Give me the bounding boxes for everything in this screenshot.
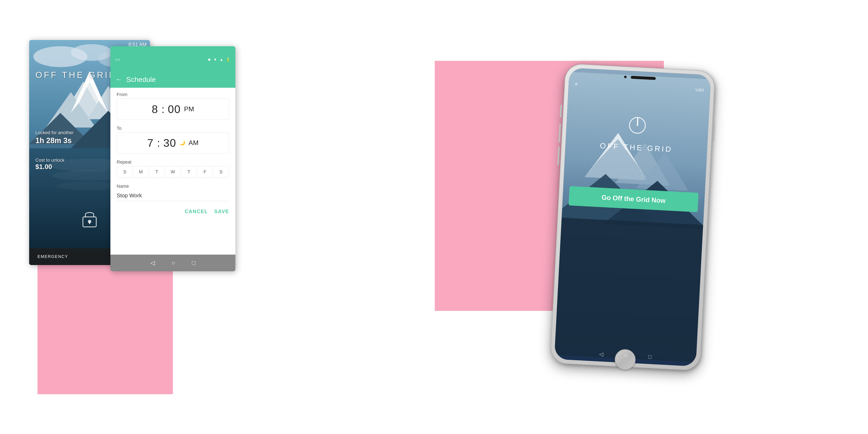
iphone-carrier: V.EO: [695, 88, 704, 93]
day-mon[interactable]: M: [133, 166, 149, 178]
day-wed[interactable]: W: [165, 166, 181, 178]
front-camera-icon: [624, 75, 627, 78]
to-label: To: [117, 126, 229, 131]
to-time-picker[interactable]: 7 : 30 🌙 AM: [117, 132, 229, 154]
next-day-icon: 🌙: [180, 140, 185, 146]
nav-square-icon[interactable]: □: [192, 259, 195, 266]
from-hour: 8: [152, 103, 158, 116]
go-off-grid-button[interactable]: Go Off the Grid Now: [569, 186, 699, 212]
status-time-small: 6:41: [115, 58, 120, 61]
day-tue[interactable]: T: [149, 166, 165, 178]
signal-icon: ▲: [220, 58, 223, 62]
left-section: 8:51 AM OFF THE GRID Locked for another …: [17, 19, 392, 415]
to-section: To 7 : 30 🌙 AM: [117, 126, 229, 154]
name-section: Name: [117, 184, 229, 201]
pink-background-left: [37, 259, 173, 394]
iphone-app-title: OFF THE GRID: [600, 141, 673, 154]
nav-home-icon[interactable]: ○: [172, 259, 175, 266]
iphone-home-icon[interactable]: ○: [624, 352, 628, 359]
to-ampm: AM: [188, 139, 198, 147]
name-input[interactable]: [117, 190, 229, 201]
day-sat[interactable]: S: [213, 166, 229, 178]
power-button: [713, 123, 715, 142]
schedule-body: From 8 : 00 PM To 7 : 30 🌙 AM: [111, 88, 236, 255]
to-min: 30: [163, 137, 176, 149]
to-hour: 7: [147, 137, 154, 149]
day-thu[interactable]: T: [181, 166, 197, 178]
from-label: From: [117, 92, 229, 97]
schedule-action-buttons: CANCEL SAVE: [117, 209, 229, 214]
svg-rect-17: [89, 221, 90, 224]
speaker-grill: [631, 75, 656, 80]
wifi-icon: ▼: [213, 58, 217, 62]
from-min: 00: [168, 103, 181, 116]
iphone-device: ≡ V.EO OFF THE GRID Go Off th: [550, 63, 715, 371]
schedule-title-row: ← Schedule: [111, 73, 236, 88]
from-section: From 8 : 00 PM: [117, 92, 229, 120]
right-section: ≡ V.EO OFF THE GRID Go Off th: [414, 19, 851, 415]
iphone-square-icon[interactable]: □: [648, 353, 652, 360]
back-button[interactable]: ←: [115, 75, 122, 83]
iphone-body: ≡ V.EO OFF THE GRID Go Off th: [550, 63, 715, 371]
lock-icon: [81, 209, 98, 232]
from-ampm: PM: [184, 105, 194, 113]
android-phone-schedule: 6:41 ✱ ▼ ▲ 🔋 ← Schedule From 8 : 00: [111, 46, 236, 271]
cancel-button[interactable]: CANCEL: [185, 209, 208, 214]
to-colon: :: [157, 137, 160, 149]
day-sun[interactable]: S: [117, 166, 133, 178]
day-fri[interactable]: F: [197, 166, 213, 178]
iphone-back-icon[interactable]: ◁: [599, 351, 604, 358]
from-time-picker[interactable]: 8 : 00 PM: [117, 98, 229, 120]
nav-back-icon[interactable]: ◁: [150, 259, 155, 266]
repeat-label: Repeat: [117, 159, 229, 165]
iphone-menu-icon: ≡: [575, 81, 578, 87]
schedule-title: Schedule: [126, 75, 156, 84]
iphone-screen: ≡ V.EO OFF THE GRID Go Off th: [554, 68, 711, 367]
iphone-content: OFF THE GRID Go Off the Grid Now: [555, 87, 710, 352]
schedule-header: 6:41 ✱ ▼ ▲ 🔋: [111, 46, 236, 73]
repeat-days-row: S M T W T F S: [117, 166, 229, 178]
android-nav-bar: ◁ ○ □: [111, 255, 236, 271]
bluetooth-icon: ✱: [208, 58, 211, 62]
repeat-section: Repeat S M T W T F S: [117, 159, 229, 178]
battery-icon: 🔋: [226, 58, 230, 62]
save-button[interactable]: SAVE: [214, 209, 229, 214]
name-label: Name: [117, 184, 229, 189]
svg-line-27: [638, 118, 638, 125]
from-colon: :: [161, 103, 164, 116]
emergency-label[interactable]: EMERGENCY: [37, 254, 68, 259]
power-icon: [627, 116, 647, 140]
